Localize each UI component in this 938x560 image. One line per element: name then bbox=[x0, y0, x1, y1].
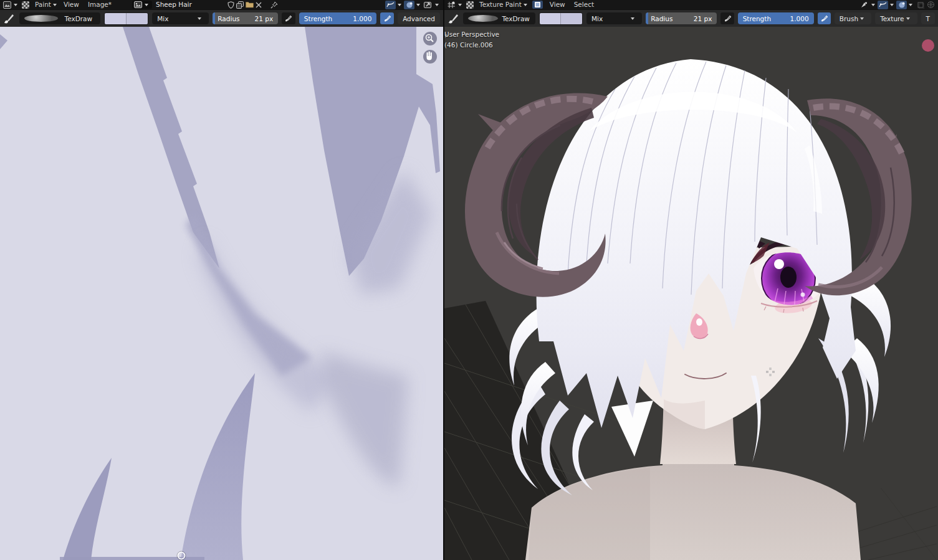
stylus-pressure-icon bbox=[284, 14, 292, 22]
brush-preset-button[interactable]: TexDraw bbox=[19, 12, 100, 24]
strength-pressure-toggle[interactable] bbox=[380, 12, 394, 24]
brush-panel-header[interactable]: Brush bbox=[835, 12, 871, 24]
viewport-area: Texture Paint View Select bbox=[444, 0, 938, 560]
viewport-toolbar: TexDraw Mix Radius 21 px Strength 1.000 … bbox=[444, 9, 938, 27]
radius-fill bbox=[646, 12, 648, 24]
pin-icon[interactable] bbox=[270, 1, 279, 9]
radius-label: Radius bbox=[218, 15, 239, 22]
chevron-down-icon bbox=[14, 4, 17, 6]
image-name-field[interactable]: Sheep Hair bbox=[152, 0, 196, 9]
toolbar-toggle-arrow[interactable] bbox=[445, 33, 448, 38]
blend-mode-value: Mix bbox=[157, 15, 168, 22]
sphere-projection-button[interactable] bbox=[404, 1, 414, 9]
brush-name: TexDraw bbox=[501, 15, 531, 22]
blend-mode-value: Mix bbox=[591, 15, 603, 22]
blend-mode-select[interactable]: Mix bbox=[586, 12, 642, 24]
brush-preset-button[interactable]: TexDraw bbox=[463, 12, 535, 24]
color-swatches bbox=[104, 12, 148, 25]
brush-sphere-icon bbox=[24, 15, 59, 22]
radius-value: 21 px bbox=[694, 15, 712, 22]
mode-select[interactable]: Texture Paint bbox=[475, 0, 526, 9]
image-editor-area: Paint View Image* Sheep Hair bbox=[0, 0, 443, 560]
nav-gizmo-axis-ball[interactable] bbox=[922, 39, 934, 52]
texture-slot-button[interactable] bbox=[532, 1, 543, 9]
snap-button[interactable] bbox=[859, 1, 869, 9]
editor-type-image-button[interactable] bbox=[2, 1, 21, 9]
image-browse-button[interactable] bbox=[132, 1, 152, 9]
clipped-panel-header[interactable]: T bbox=[921, 12, 935, 24]
strength-value: 1.000 bbox=[790, 15, 809, 22]
radius-slider[interactable]: Radius 21 px bbox=[646, 12, 717, 24]
zoom-button[interactable] bbox=[423, 32, 437, 45]
image-paint-canvas[interactable] bbox=[0, 27, 443, 560]
advanced-panel-header[interactable]: Advanced bbox=[398, 12, 440, 24]
texture-paint-mode-icon bbox=[466, 1, 474, 9]
secondary-color-swatch[interactable] bbox=[561, 13, 582, 24]
chevron-down-icon bbox=[435, 4, 439, 6]
stylus-pressure-icon bbox=[383, 14, 391, 22]
open-image-folder-icon[interactable] bbox=[245, 1, 254, 9]
menu-select[interactable]: Select bbox=[570, 0, 598, 9]
falloff-curve-button[interactable] bbox=[878, 1, 888, 9]
menu-view[interactable]: View bbox=[59, 0, 84, 9]
paint-mode-icon bbox=[22, 1, 29, 9]
strength-slider[interactable]: Strength 1.000 bbox=[738, 12, 814, 24]
chevron-down-icon bbox=[906, 17, 910, 20]
new-image-icon[interactable] bbox=[236, 1, 245, 9]
menu-image[interactable]: Image* bbox=[84, 0, 116, 9]
primary-color-swatch[interactable] bbox=[540, 13, 561, 24]
radius-slider[interactable]: Radius 21 px bbox=[213, 12, 278, 24]
color-swatches bbox=[539, 12, 582, 25]
fake-user-shield-icon[interactable] bbox=[226, 1, 236, 9]
hand-icon bbox=[427, 52, 432, 60]
unlink-close-icon[interactable] bbox=[254, 1, 264, 9]
chevron-down-icon bbox=[398, 4, 401, 6]
brush-tool-icon[interactable] bbox=[3, 12, 16, 25]
sphere-icon bbox=[897, 1, 906, 9]
viewport-editor-icon bbox=[447, 1, 456, 9]
blend-mode-select[interactable]: Mix bbox=[152, 12, 209, 24]
radius-label: Radius bbox=[651, 15, 672, 22]
chevron-down-icon bbox=[871, 4, 875, 6]
stylus-pressure-icon bbox=[820, 14, 828, 22]
strength-pressure-toggle[interactable] bbox=[818, 12, 831, 24]
brush-name: TexDraw bbox=[61, 15, 95, 22]
chevron-down-icon bbox=[631, 17, 634, 20]
sphere-projection-button[interactable] bbox=[896, 1, 907, 9]
dart-icon bbox=[859, 1, 869, 9]
globe-icon bbox=[926, 1, 936, 9]
viewport-menubar: Texture Paint View Select bbox=[444, 0, 938, 9]
chevron-down-icon bbox=[890, 4, 894, 6]
falloff-curve-button[interactable] bbox=[385, 1, 396, 9]
menu-paint[interactable]: Paint bbox=[31, 0, 55, 9]
radius-value: 21 px bbox=[255, 15, 274, 22]
image-editor-toolbar: TexDraw Mix Radius 21 px Strength 1.000 … bbox=[0, 9, 443, 27]
overlays-toggle-button[interactable] bbox=[926, 1, 936, 9]
display-channels-button[interactable] bbox=[423, 1, 433, 9]
falloff-curve-icon bbox=[878, 1, 888, 9]
stylus-pressure-icon bbox=[724, 14, 732, 22]
pan-button[interactable] bbox=[423, 50, 437, 64]
chevron-down-icon bbox=[53, 4, 57, 6]
clipped-panel-label: T bbox=[926, 15, 930, 22]
radius-pressure-toggle[interactable] bbox=[282, 12, 295, 24]
secondary-color-swatch[interactable] bbox=[127, 13, 148, 24]
sphere-icon bbox=[404, 1, 414, 9]
chevron-down-icon bbox=[909, 4, 912, 6]
chevron-down-icon bbox=[198, 17, 201, 20]
brush-tool-icon[interactable] bbox=[447, 12, 459, 25]
brush-sphere-icon bbox=[468, 15, 498, 22]
viewport-canvas[interactable]: User Perspective (46) Circle.006 bbox=[444, 27, 938, 560]
image-editor-icon bbox=[2, 1, 12, 9]
image-arrow-icon bbox=[423, 1, 433, 9]
radius-pressure-toggle[interactable] bbox=[720, 12, 734, 24]
viewport-render bbox=[444, 27, 938, 560]
strength-label: Strength bbox=[743, 15, 771, 22]
strength-slider[interactable]: Strength 1.000 bbox=[299, 12, 377, 24]
chevron-down-icon bbox=[416, 4, 420, 6]
texture-panel-header[interactable]: Texture bbox=[875, 12, 917, 24]
gizmo-toggle-button[interactable] bbox=[915, 1, 926, 9]
editor-type-3d-viewport-button[interactable] bbox=[446, 1, 465, 9]
primary-color-swatch[interactable] bbox=[105, 13, 127, 24]
menu-view[interactable]: View bbox=[545, 0, 570, 9]
